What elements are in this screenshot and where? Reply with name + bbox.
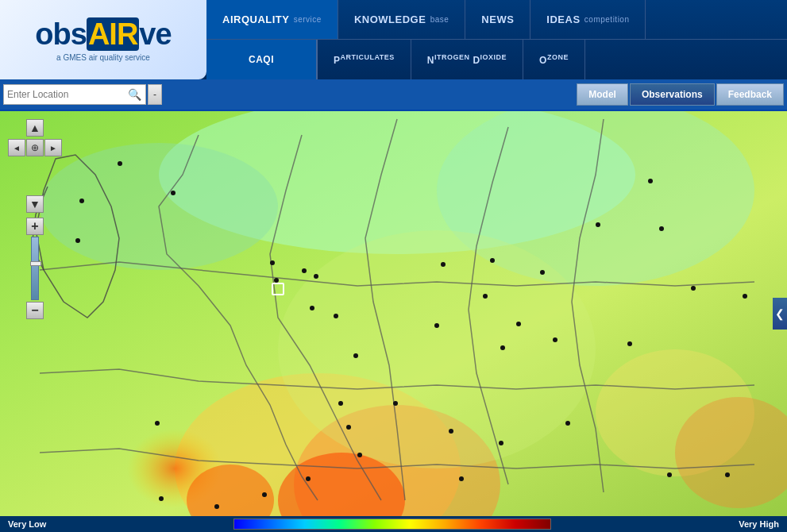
map-controls: ▲ ◄ ⊕ ► ▼ + − (8, 119, 62, 319)
nav-knowledge-label: KNOWLEDGE (354, 13, 426, 25)
nav-airquality-suffix: SERVICE (291, 15, 321, 24)
station-dot[interactable] (490, 258, 495, 263)
zoom-in-button[interactable]: + (26, 218, 44, 235)
nav-nitrogen[interactable]: NITROGEN DIOXIDE (411, 40, 523, 79)
legend-very-low-label: Very Low (8, 519, 46, 529)
station-dot[interactable] (499, 441, 503, 445)
station-dot[interactable] (357, 453, 362, 457)
station-dot[interactable] (441, 262, 446, 267)
station-dot[interactable] (667, 472, 672, 477)
station-dot[interactable] (302, 268, 307, 273)
location-input[interactable] (7, 89, 126, 100)
station-dot[interactable] (540, 270, 545, 275)
station-dot[interactable] (272, 283, 284, 295)
station-dot[interactable] (553, 337, 557, 342)
nav-ideas-label: IDEAS (546, 13, 580, 25)
logo: obsAIRve (35, 17, 171, 52)
station-dot[interactable] (214, 504, 219, 509)
station-dot[interactable] (159, 496, 164, 501)
logo-area: obsAIRve a GMES air quality service (0, 0, 206, 79)
station-dot[interactable] (648, 179, 653, 183)
nav-caqi-label: CAQI (249, 54, 274, 65)
station-dot[interactable] (659, 226, 664, 231)
zoom-slider-container[interactable]: + − (26, 218, 44, 319)
svg-point-11 (278, 230, 596, 468)
station-dot[interactable] (500, 345, 505, 350)
station-dot[interactable] (483, 294, 488, 299)
station-dot[interactable] (565, 421, 570, 426)
pan-controls: ◄ ⊕ ► (8, 139, 62, 193)
nav-airquality[interactable]: AIRQUALITY SERVICE (206, 0, 338, 39)
tab-feedback[interactable]: Feedback (716, 83, 784, 106)
map-container[interactable]: ▲ ◄ ⊕ ► ▼ + − ❮ (0, 111, 787, 516)
logo-obs: obs (35, 17, 87, 51)
station-dot[interactable] (353, 353, 358, 358)
logo-subtitle: a GMES air quality service (56, 53, 150, 62)
nav-ideas[interactable]: IDEAS COMPETITION (530, 0, 646, 39)
nav-bottom: CAQI PARTICULATES NITROGEN DIOXIDE OZONE (206, 40, 787, 79)
station-dot[interactable] (262, 492, 267, 497)
station-dot[interactable] (75, 238, 80, 243)
nav-ozone-label: OZONE (539, 53, 569, 66)
toolbar-tabs: Model Observations Feedback (577, 83, 784, 106)
legend-bar-container: Very Low Very High (0, 516, 787, 532)
station-dot[interactable] (596, 222, 600, 227)
station-dot[interactable] (118, 161, 122, 166)
station-dot[interactable] (449, 429, 453, 434)
logo-air: AIR (87, 17, 139, 51)
station-dot[interactable] (79, 199, 84, 203)
station-dot[interactable] (434, 323, 439, 328)
nav-particulates[interactable]: PARTICULATES (318, 40, 411, 79)
station-dot[interactable] (743, 294, 747, 299)
tab-model[interactable]: Model (577, 83, 628, 106)
station-dot[interactable] (171, 191, 176, 195)
collapse-panel-button[interactable]: ❮ (773, 298, 787, 330)
station-dot[interactable] (270, 260, 275, 265)
nav-knowledge-suffix: BASE (427, 15, 449, 24)
header: obsAIRve a GMES air quality service AIRQ… (0, 0, 787, 79)
nav-top: AIRQUALITY SERVICE KNOWLEDGE BASE NEWS I… (206, 0, 787, 40)
search-button[interactable]: 🔍 (126, 88, 143, 101)
location-input-wrapper[interactable]: 🔍 (3, 84, 146, 105)
station-dot[interactable] (393, 401, 398, 406)
pan-left-button[interactable]: ◄ (8, 139, 25, 156)
nav-news[interactable]: NEWS (465, 0, 530, 39)
legend-very-high-label: Very High (739, 519, 779, 529)
nav-knowledge[interactable]: KNOWLEDGE BASE (338, 0, 465, 39)
station-dot[interactable] (314, 274, 318, 279)
station-dot[interactable] (306, 476, 311, 481)
legend-color-bar (233, 519, 551, 530)
pan-right-button[interactable]: ► (44, 139, 62, 156)
station-dot[interactable] (334, 314, 338, 318)
nav-news-label: NEWS (481, 13, 514, 25)
nav-ideas-suffix: COMPETITION (582, 15, 630, 24)
nav-airquality-label: AIRQUALITY (222, 13, 289, 25)
pan-center-button[interactable]: ⊕ (26, 139, 44, 156)
map-svg (0, 111, 787, 516)
toolbar: 🔍 - Model Observations Feedback (0, 79, 787, 111)
tab-observations[interactable]: Observations (630, 83, 715, 106)
zoom-track[interactable] (31, 237, 39, 300)
nav-nitrogen-label: NITROGEN DIOXIDE (427, 53, 507, 66)
nav-caqi[interactable]: CAQI (206, 40, 318, 79)
nav-particulates-label: PARTICULATES (334, 53, 395, 66)
logo-ve: ve (139, 17, 171, 51)
nav-area: AIRQUALITY SERVICE KNOWLEDGE BASE NEWS I… (206, 0, 787, 79)
location-dropdown[interactable]: - (148, 84, 162, 105)
station-dot[interactable] (516, 322, 521, 326)
zoom-handle[interactable] (30, 261, 41, 266)
station-dot[interactable] (459, 476, 464, 481)
station-dot[interactable] (627, 341, 632, 346)
navigate-down-button[interactable]: ▼ (26, 195, 44, 213)
legend-container: Very Low Very High (8, 519, 779, 530)
station-dot[interactable] (725, 472, 730, 477)
nav-ozone[interactable]: OZONE (523, 40, 585, 79)
station-dot[interactable] (691, 286, 696, 291)
station-dot[interactable] (338, 401, 343, 406)
station-dot[interactable] (155, 421, 160, 426)
navigate-up-button[interactable]: ▲ (26, 119, 44, 137)
station-dot[interactable] (346, 425, 351, 430)
zoom-out-button[interactable]: − (26, 302, 44, 319)
station-dot[interactable] (310, 306, 314, 310)
